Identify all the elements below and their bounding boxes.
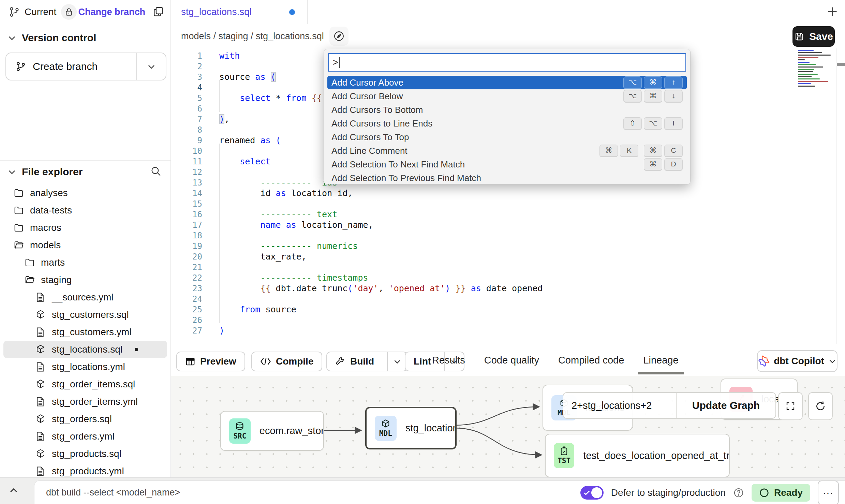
file-name: stg_order_items.sql bbox=[52, 379, 135, 390]
line-number: 3 bbox=[171, 72, 202, 82]
palette-item-add-line-comment[interactable]: Add Line Comment⌘K⌘C bbox=[327, 144, 687, 158]
minimap-line bbox=[798, 57, 818, 58]
code-line-25[interactable]: 25 from source bbox=[171, 304, 845, 315]
panel-tab-results[interactable]: Results bbox=[432, 355, 465, 366]
file-name: stg_locations.yml bbox=[52, 361, 125, 372]
navigate-button[interactable] bbox=[329, 27, 349, 46]
file-explorer-section: File explorer bbox=[0, 160, 171, 183]
palette-item-add-cursor-below[interactable]: Add Cursor Below⌥⌘↓ bbox=[327, 89, 687, 103]
version-control-header[interactable]: Version control bbox=[0, 28, 171, 48]
git-branch-icon bbox=[9, 6, 20, 17]
code-line-24[interactable]: 24 bbox=[171, 294, 845, 304]
refresh-button[interactable] bbox=[808, 392, 833, 420]
scrollbar-track[interactable] bbox=[836, 48, 845, 344]
chevron-down-icon bbox=[8, 167, 16, 176]
file-explorer-header[interactable]: File explorer bbox=[0, 161, 171, 183]
code-text: select bbox=[219, 157, 271, 166]
build-dropdown[interactable] bbox=[387, 352, 407, 371]
file-tree-item-macros[interactable]: macros bbox=[0, 219, 171, 236]
update-graph-button[interactable]: Update Graph bbox=[676, 392, 776, 419]
palette-item-add-cursor-above[interactable]: Add Cursor Above⌥⌘↑ bbox=[327, 76, 687, 89]
code-line-15[interactable]: 15 bbox=[171, 198, 845, 209]
lineage-node-test[interactable]: TST test_does_location_opened_at_trunc_t… bbox=[545, 434, 730, 477]
key-cap: ⌥ bbox=[623, 90, 642, 103]
create-branch-dropdown[interactable] bbox=[136, 53, 166, 80]
lint-label: Lint bbox=[414, 356, 431, 367]
save-button[interactable]: Save bbox=[792, 26, 835, 47]
code-line-20[interactable]: 20 tax_rate, bbox=[171, 251, 845, 262]
code-line-18[interactable]: 18 bbox=[171, 230, 845, 241]
change-branch-link[interactable]: Change branch bbox=[78, 7, 145, 17]
copy-icon[interactable] bbox=[153, 6, 164, 18]
panel-tab-code-quality[interactable]: Code quality bbox=[484, 355, 539, 366]
file-tree-item--sources-yml[interactable]: __sources.yml bbox=[0, 288, 171, 306]
code-line-21[interactable]: 21 bbox=[171, 262, 845, 272]
code-line-23[interactable]: 23 {{ dbt.date_trunc('day', 'opened_at')… bbox=[171, 283, 845, 294]
minimap[interactable] bbox=[798, 50, 836, 88]
file-tree-item-stg-products-sql[interactable]: stg_products.sql bbox=[0, 445, 171, 462]
palette-item-add-cursors-to-bottom[interactable]: Add Cursors To Bottom bbox=[327, 103, 687, 117]
collapse-panel-icon[interactable] bbox=[9, 486, 18, 495]
file-tree-item-models[interactable]: models bbox=[0, 236, 171, 254]
file-tree-item-staging[interactable]: staging bbox=[0, 271, 171, 288]
minimap-line bbox=[798, 78, 820, 79]
palette-item-add-cursors-to-top[interactable]: Add Cursors To Top bbox=[327, 130, 687, 144]
command-palette-input[interactable]: > bbox=[328, 53, 686, 72]
defer-toggle[interactable] bbox=[580, 486, 604, 500]
file-tree-item-stg-order-items-sql[interactable]: stg_order_items.sql bbox=[0, 375, 171, 393]
file-tree-item-stg-locations-yml[interactable]: stg_locations.yml bbox=[0, 358, 171, 375]
folder-icon bbox=[14, 188, 25, 198]
file-tree-item-stg-orders-sql[interactable]: stg_orders.sql bbox=[0, 410, 171, 428]
lineage-canvas[interactable]: SRC ecom.raw_stores MDL stg_locations MD… bbox=[171, 376, 845, 477]
chevron-down-icon bbox=[828, 357, 836, 365]
preview-button[interactable]: Preview bbox=[176, 352, 245, 371]
minimap-line bbox=[798, 64, 816, 65]
compile-button[interactable]: Compile bbox=[251, 352, 322, 371]
fullscreen-button[interactable] bbox=[778, 392, 803, 420]
line-number: 15 bbox=[171, 199, 202, 209]
modified-dot-icon bbox=[135, 348, 138, 351]
palette-item-add-selection-to-next-find-match[interactable]: Add Selection To Next Find Match⌘D bbox=[327, 158, 687, 171]
palette-item-add-selection-to-previous-find-match[interactable]: Add Selection To Previous Find Match bbox=[327, 171, 687, 184]
code-line-19[interactable]: 19 ---------- numerics bbox=[171, 241, 845, 251]
file-icon bbox=[35, 397, 46, 407]
more-options-button[interactable]: ... bbox=[818, 480, 839, 504]
scrollbar-thumb[interactable] bbox=[837, 63, 845, 66]
build-button[interactable]: Build bbox=[326, 352, 407, 371]
file-tree-item-stg-customers-yml[interactable]: stg_customers.yml bbox=[0, 323, 171, 341]
file-tree-item-analyses[interactable]: analyses bbox=[0, 184, 171, 202]
code-text: ), bbox=[219, 114, 229, 124]
code-line-17[interactable]: 17 name as location_name, bbox=[171, 220, 845, 230]
panel-tab-lineage[interactable]: Lineage bbox=[643, 355, 678, 366]
file-name: models bbox=[30, 240, 61, 251]
code-line-14[interactable]: 14 id as location_id, bbox=[171, 188, 845, 198]
line-number: 11 bbox=[171, 157, 202, 166]
file-tree-item-data-tests[interactable]: data-tests bbox=[0, 202, 171, 219]
key-cap: ⌘ bbox=[644, 158, 662, 171]
table-icon bbox=[185, 356, 195, 367]
file-tree-item-stg-order-items-yml[interactable]: stg_order_items.yml bbox=[0, 393, 171, 410]
new-tab-button[interactable]: + bbox=[827, 3, 837, 20]
node-label: test_does_location_opened_at_trunc_t... bbox=[583, 450, 729, 461]
lineage-node-source[interactable]: SRC ecom.raw_stores bbox=[220, 411, 324, 451]
palette-item-add-cursors-to-line-ends[interactable]: Add Cursors to Line Ends⇧⌥I bbox=[327, 117, 687, 130]
panel-tab-compiled-code[interactable]: Compiled code bbox=[558, 355, 624, 366]
code-line-26[interactable]: 26 bbox=[171, 315, 845, 325]
dbt-copilot-button[interactable]: dbt Copilot bbox=[757, 350, 837, 372]
file-tree-item-stg-orders-yml[interactable]: stg_orders.yml bbox=[0, 428, 171, 445]
lineage-selector-input[interactable]: 2+stg_locations+2 bbox=[563, 392, 676, 419]
tab-stg-locations-sql[interactable]: stg_locations.sql bbox=[171, 0, 308, 24]
cli-command-input[interactable]: dbt build --select <model_name> bbox=[46, 487, 180, 498]
code-line-27[interactable]: 27) bbox=[171, 325, 845, 336]
create-branch-button[interactable]: Create branch bbox=[5, 53, 166, 80]
line-number: 7 bbox=[171, 115, 202, 124]
lineage-node-stg-locations[interactable]: MDL stg_locations bbox=[365, 407, 457, 449]
file-tree-item-stg-customers-sql[interactable]: stg_customers.sql bbox=[0, 306, 171, 323]
code-line-16[interactable]: 16 ---------- text bbox=[171, 209, 845, 220]
code-line-22[interactable]: 22 ---------- timestamps bbox=[171, 272, 845, 283]
search-icon[interactable] bbox=[150, 165, 162, 177]
key-cap: I bbox=[664, 117, 683, 130]
file-tree-item-stg-locations-sql[interactable]: stg_locations.sql bbox=[3, 341, 167, 358]
file-tree-item-marts[interactable]: marts bbox=[0, 254, 171, 271]
status-badge[interactable]: Ready bbox=[752, 484, 810, 502]
